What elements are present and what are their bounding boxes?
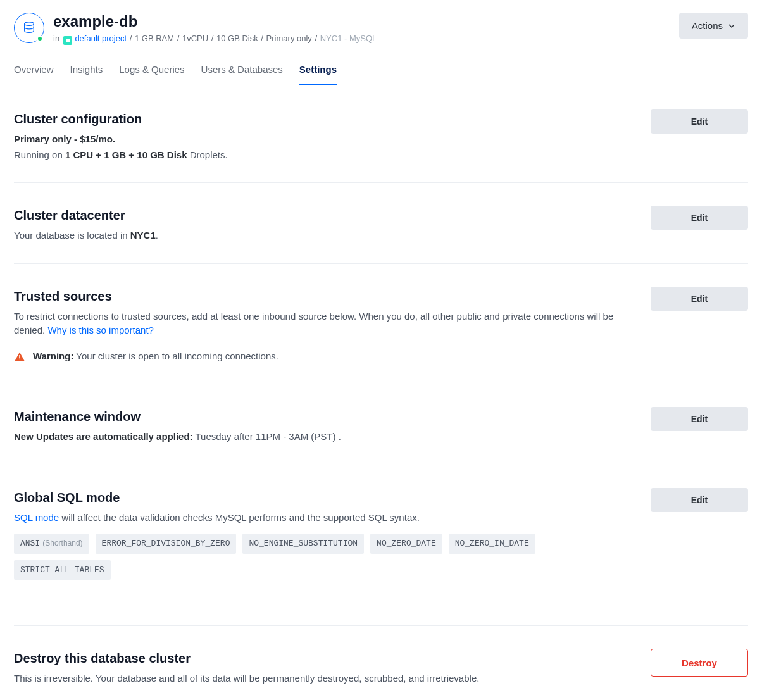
sql-tag: STRICT_ALL_TABLES xyxy=(14,560,111,580)
destroy-title: Destroy this database cluster xyxy=(14,649,625,668)
warning-text: Your cluster is open to all incoming con… xyxy=(73,351,278,361)
sqlmode-link[interactable]: SQL mode xyxy=(14,512,59,523)
warning-label: Warning: xyxy=(33,351,73,361)
tab-settings[interactable]: Settings xyxy=(299,63,337,86)
datacenter-title: Cluster datacenter xyxy=(14,206,625,225)
cluster-running-specs: 1 CPU + 1 GB + 10 GB Disk xyxy=(65,149,187,160)
status-online-dot xyxy=(37,35,43,42)
tab-logs[interactable]: Logs & Queries xyxy=(119,63,184,85)
spec-primary: Primary only xyxy=(266,34,312,43)
maintenance-schedule: Tuesday after 11PM - 3AM (PST) . xyxy=(193,431,341,442)
svg-rect-1 xyxy=(19,355,20,358)
section-trusted-sources: Trusted sources To restrict connections … xyxy=(14,280,748,385)
sql-tag-name: ANSI xyxy=(20,539,40,548)
section-datacenter: Cluster datacenter Your database is loca… xyxy=(14,199,748,264)
edit-maintenance-button[interactable]: Edit xyxy=(651,407,748,431)
actions-button[interactable]: Actions xyxy=(679,13,748,39)
chevron-down-icon xyxy=(728,22,735,30)
section-sql-mode: Global SQL mode SQL mode will affect the… xyxy=(14,482,748,627)
trusted-link[interactable]: Why is this so important? xyxy=(47,325,154,335)
tab-insights[interactable]: Insights xyxy=(70,63,103,85)
datacenter-prefix: Your database is located in xyxy=(14,230,130,241)
edit-datacenter-button[interactable]: Edit xyxy=(651,206,748,230)
destroy-button[interactable]: Destroy xyxy=(651,649,748,677)
svg-point-0 xyxy=(25,22,34,26)
in-label: in xyxy=(53,34,59,43)
region-engine: NYC1 - MySQL xyxy=(320,34,377,43)
section-cluster-config: Cluster configuration Primary only - $15… xyxy=(14,103,748,183)
warning-row: Warning: Your cluster is open to all inc… xyxy=(14,349,625,365)
sql-tag: ANSI(Shorthand) xyxy=(14,534,89,554)
section-maintenance: Maintenance window New Updates are autom… xyxy=(14,401,748,465)
cluster-config-lead: Primary only - $15/mo. xyxy=(14,134,115,144)
sql-tag: NO_ZERO_DATE xyxy=(370,534,442,554)
destroy-desc: This is irreversible. Your database and … xyxy=(14,672,625,686)
meta-line: in default project / 1 GB RAM / 1vCPU / … xyxy=(53,32,377,45)
datacenter-region: NYC1 xyxy=(130,230,156,241)
svg-rect-2 xyxy=(19,359,20,360)
project-link[interactable]: default project xyxy=(75,34,127,43)
cluster-running-prefix: Running on xyxy=(14,149,65,160)
title-block: example-db in default project / 1 GB RAM… xyxy=(53,13,377,45)
datacenter-suffix: . xyxy=(156,230,158,241)
edit-sqlmode-button[interactable]: Edit xyxy=(651,488,748,512)
section-destroy: Destroy this database cluster This is ir… xyxy=(14,642,748,700)
tabs: Overview Insights Logs & Queries Users &… xyxy=(14,63,748,86)
spec-disk: 10 GB Disk xyxy=(216,34,258,43)
page-header: example-db in default project / 1 GB RAM… xyxy=(14,13,748,45)
maintenance-lead: New Updates are automatically applied: xyxy=(14,431,193,442)
sql-tag-shorthand: (Shorthand) xyxy=(42,539,82,547)
cluster-config-title: Cluster configuration xyxy=(14,109,625,128)
warning-icon xyxy=(14,351,25,363)
header-left: example-db in default project / 1 GB RAM… xyxy=(14,13,377,45)
tab-users[interactable]: Users & Databases xyxy=(201,63,283,85)
actions-label: Actions xyxy=(692,20,723,31)
maintenance-title: Maintenance window xyxy=(14,407,625,426)
spec-ram: 1 GB RAM xyxy=(135,34,174,43)
tab-overview[interactable]: Overview xyxy=(14,63,54,85)
sql-tag-row: ANSI(Shorthand) ERROR_FOR_DIVISION_BY_ZE… xyxy=(14,534,625,580)
sql-tag: NO_ZERO_IN_DATE xyxy=(449,534,535,554)
sqlmode-title: Global SQL mode xyxy=(14,488,625,507)
database-icon xyxy=(14,13,44,43)
edit-trusted-button[interactable]: Edit xyxy=(651,287,748,311)
edit-cluster-config-button[interactable]: Edit xyxy=(651,109,748,134)
trusted-title: Trusted sources xyxy=(14,287,625,306)
cluster-running-suffix: Droplets. xyxy=(187,149,228,160)
database-title: example-db xyxy=(53,13,377,31)
project-icon xyxy=(63,36,72,45)
spec-cpu: 1vCPU xyxy=(182,34,208,43)
sql-tag: ERROR_FOR_DIVISION_BY_ZERO xyxy=(96,534,237,554)
sqlmode-desc: will affect the data validation checks M… xyxy=(59,512,420,523)
sql-tag: NO_ENGINE_SUBSTITUTION xyxy=(242,534,364,554)
